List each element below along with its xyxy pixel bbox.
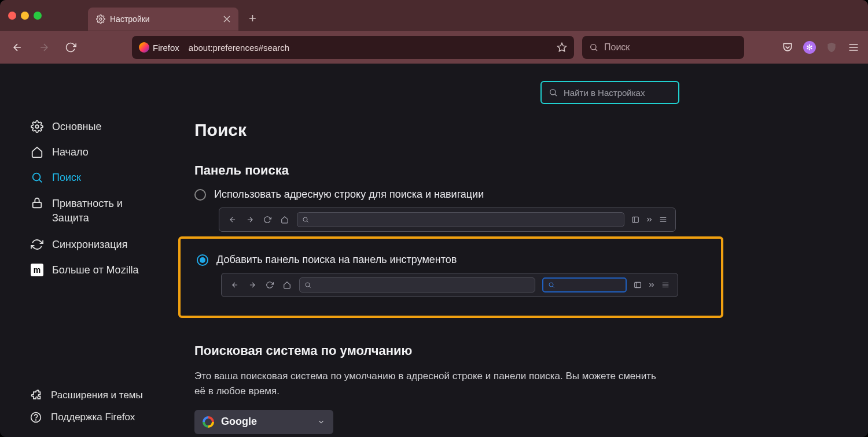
search-icon bbox=[30, 171, 44, 184]
radio-icon bbox=[197, 254, 208, 266]
google-icon bbox=[203, 416, 214, 428]
bookmark-star-button[interactable] bbox=[557, 42, 567, 53]
preview-addressbar-only bbox=[219, 208, 676, 232]
forward-icon bbox=[245, 216, 255, 224]
chevrons-icon bbox=[645, 216, 653, 224]
reload-button[interactable] bbox=[61, 38, 80, 57]
toolbar-search-input[interactable] bbox=[604, 42, 737, 53]
gear-icon bbox=[30, 120, 44, 133]
svg-point-5 bbox=[33, 173, 41, 181]
tab-title: Настройки bbox=[110, 14, 219, 24]
page-title: Поиск bbox=[194, 120, 723, 140]
lock-icon bbox=[30, 197, 44, 209]
sidebar-item-general[interactable]: Основные bbox=[30, 120, 174, 133]
section-heading: Панель поиска bbox=[194, 163, 723, 178]
forward-button[interactable] bbox=[35, 38, 53, 57]
pocket-icon[interactable] bbox=[781, 41, 794, 54]
url-text: about:preferences#search bbox=[189, 43, 289, 53]
help-icon bbox=[30, 412, 43, 423]
radio-add-searchbar[interactable]: Добавить панель поиска на панель инструм… bbox=[197, 254, 707, 266]
toolbar-search-bar[interactable] bbox=[582, 36, 744, 59]
sidebar-item-label: Основные bbox=[52, 121, 101, 133]
app-menu-button[interactable] bbox=[847, 41, 860, 54]
preview-url-bar bbox=[299, 277, 535, 292]
svg-rect-6 bbox=[33, 202, 42, 208]
mozilla-icon: m bbox=[30, 264, 44, 276]
home-icon bbox=[279, 216, 290, 224]
section-heading: Поисковая система по умолчанию bbox=[194, 343, 723, 358]
reload-icon bbox=[264, 281, 275, 289]
settings-search-input[interactable] bbox=[564, 88, 671, 98]
radio-label: Добавить панель поиска на панель инструм… bbox=[216, 254, 457, 266]
identity-box[interactable]: Firefox bbox=[139, 42, 179, 53]
search-icon bbox=[304, 282, 311, 288]
maximize-window-button[interactable] bbox=[34, 12, 42, 20]
menu-icon bbox=[659, 216, 667, 224]
back-button[interactable] bbox=[8, 38, 27, 57]
svg-rect-10 bbox=[632, 217, 639, 222]
reload-icon bbox=[262, 216, 273, 224]
close-tab-button[interactable] bbox=[223, 16, 230, 23]
sidebar-item-search[interactable]: Поиск bbox=[30, 171, 174, 184]
sidebar-bottom-label: Поддержка Firefox bbox=[51, 412, 135, 423]
svg-point-4 bbox=[35, 125, 39, 128]
minimize-window-button[interactable] bbox=[21, 12, 29, 20]
sync-icon bbox=[30, 238, 44, 251]
browser-toolbar: Firefox about:preferences#search ✻ bbox=[0, 31, 868, 64]
svg-point-0 bbox=[100, 18, 102, 20]
sidebar-item-more-mozilla[interactable]: m Больше от Mozilla bbox=[30, 264, 174, 276]
sidebar-icon bbox=[634, 281, 642, 289]
svg-point-11 bbox=[306, 283, 310, 287]
default-engine-section: Поисковая система по умолчанию Это ваша … bbox=[194, 343, 723, 434]
search-icon bbox=[548, 282, 555, 288]
extension-snowflake-icon[interactable]: ✻ bbox=[803, 41, 816, 54]
radio-label: Использовать адресную строку для поиска … bbox=[214, 188, 484, 201]
highlighted-option-box: Добавить панель поиска на панель инструм… bbox=[178, 236, 723, 318]
firefox-label: Firefox bbox=[153, 43, 179, 53]
search-icon bbox=[302, 216, 309, 223]
sidebar-item-label: Поиск bbox=[52, 172, 81, 184]
sidebar-bottom-label: Расширения и темы bbox=[51, 390, 143, 401]
menu-icon bbox=[661, 281, 670, 289]
tab-settings[interactable]: Настройки bbox=[88, 8, 238, 31]
chevrons-icon bbox=[648, 281, 656, 289]
svg-point-9 bbox=[303, 217, 307, 221]
settings-search-box[interactable] bbox=[540, 81, 679, 104]
searchbar-section: Панель поиска Использовать адресную стро… bbox=[194, 163, 723, 318]
sidebar-item-label: Синхронизация bbox=[52, 239, 127, 251]
sidebar-support[interactable]: Поддержка Firefox bbox=[30, 412, 174, 423]
forward-icon bbox=[247, 281, 258, 289]
ublock-shield-icon[interactable] bbox=[825, 41, 838, 54]
sidebar-extensions-themes[interactable]: Расширения и темы bbox=[30, 390, 174, 401]
sidebar-item-sync[interactable]: Синхронизация bbox=[30, 238, 174, 251]
page-content: Основные Начало Поиск bbox=[0, 64, 868, 437]
engine-name: Google bbox=[221, 416, 310, 428]
sidebar-item-home[interactable]: Начало bbox=[30, 146, 174, 158]
radio-use-addressbar[interactable]: Использовать адресную строку для поиска … bbox=[194, 188, 723, 201]
sidebar-item-label: Приватность и Защита bbox=[52, 197, 123, 225]
settings-sidebar: Основные Начало Поиск bbox=[0, 64, 174, 437]
address-bar[interactable]: Firefox about:preferences#search bbox=[132, 36, 574, 59]
svg-marker-1 bbox=[558, 43, 567, 51]
preview-with-searchbar bbox=[221, 273, 678, 297]
new-tab-button[interactable]: + bbox=[249, 11, 256, 26]
home-icon bbox=[282, 281, 292, 289]
svg-point-3 bbox=[550, 90, 556, 95]
sidebar-item-label: Больше от Mozilla bbox=[52, 264, 139, 276]
gear-icon bbox=[96, 14, 105, 24]
preview-url-bar bbox=[297, 212, 624, 227]
settings-main: Поиск Панель поиска Использовать адресну… bbox=[174, 64, 868, 437]
default-engine-select[interactable]: Google bbox=[194, 410, 333, 434]
browser-window: Настройки + Firefox about:preferences#se… bbox=[0, 0, 868, 437]
close-window-button[interactable] bbox=[8, 12, 16, 20]
sidebar-item-privacy[interactable]: Приватность и Защита bbox=[30, 197, 174, 225]
svg-point-8 bbox=[36, 420, 36, 420]
svg-point-2 bbox=[591, 45, 596, 50]
back-icon bbox=[227, 216, 238, 224]
chevron-down-icon bbox=[317, 418, 325, 426]
section-description: Это ваша поисковая система по умолчанию … bbox=[194, 369, 669, 399]
sidebar-item-label: Начало bbox=[52, 146, 89, 158]
svg-point-12 bbox=[549, 283, 553, 287]
toolbar-extensions: ✻ bbox=[781, 41, 860, 54]
home-icon bbox=[30, 146, 44, 158]
